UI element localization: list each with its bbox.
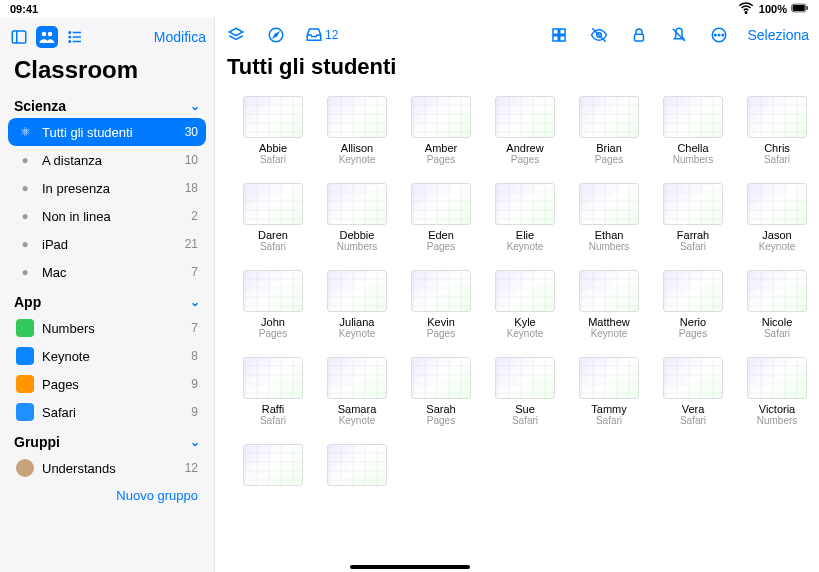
- svg-point-6: [42, 32, 47, 37]
- student-thumbnail: [579, 183, 639, 225]
- student-thumbnail: [411, 183, 471, 225]
- sidebar-item[interactable]: ●Non in linea2: [8, 202, 206, 230]
- student-tile[interactable]: [321, 444, 393, 490]
- sidebar-item-count: 7: [191, 321, 198, 335]
- student-app: Keynote: [741, 241, 813, 252]
- student-app: Safari: [489, 415, 561, 426]
- student-app: Pages: [573, 154, 645, 165]
- svg-marker-14: [229, 28, 243, 36]
- student-tile[interactable]: Chris Safari: [741, 96, 813, 165]
- sidebar-item-label: Keynote: [42, 349, 90, 364]
- student-app: Safari: [741, 328, 813, 339]
- student-app: Safari: [657, 415, 729, 426]
- student-app: Safari: [237, 415, 309, 426]
- select-button[interactable]: Seleziona: [748, 27, 810, 43]
- student-thumbnail: [243, 183, 303, 225]
- student-name: Juliana: [321, 316, 393, 328]
- student-thumbnail: [495, 270, 555, 312]
- lock-icon[interactable]: [628, 24, 650, 46]
- student-tile[interactable]: John Pages: [237, 270, 309, 339]
- svg-point-28: [722, 34, 724, 36]
- svg-rect-23: [634, 34, 643, 41]
- student-tile[interactable]: Tammy Safari: [573, 357, 645, 426]
- student-tile[interactable]: Samara Keynote: [321, 357, 393, 426]
- student-name: Farrah: [657, 229, 729, 241]
- student-tile[interactable]: [237, 444, 309, 490]
- student-grid: Abbie Safari Allison Keynote Amber Pages…: [215, 84, 819, 572]
- section-title: Gruppi: [14, 434, 60, 450]
- student-tile[interactable]: Nerio Pages: [657, 270, 729, 339]
- section-header[interactable]: Scienza⌄: [8, 94, 206, 118]
- student-thumbnail: [243, 444, 303, 486]
- student-tile[interactable]: Chella Numbers: [657, 96, 729, 165]
- sidebar-item[interactable]: ●iPad21: [8, 230, 206, 258]
- svg-point-8: [69, 32, 71, 34]
- compass-icon[interactable]: [265, 24, 287, 46]
- student-thumbnail: [579, 270, 639, 312]
- student-tile[interactable]: Debbie Numbers: [321, 183, 393, 252]
- student-thumbnail: [327, 270, 387, 312]
- svg-rect-3: [806, 6, 807, 10]
- student-name: Nicole: [741, 316, 813, 328]
- student-tile[interactable]: Sarah Pages: [405, 357, 477, 426]
- student-name: Brian: [573, 142, 645, 154]
- section-header[interactable]: Gruppi⌄: [8, 430, 206, 454]
- student-tile[interactable]: Eden Pages: [405, 183, 477, 252]
- sidebar-item[interactable]: ●In presenza18: [8, 174, 206, 202]
- svg-rect-18: [559, 29, 564, 34]
- student-tile[interactable]: Brian Pages: [573, 96, 645, 165]
- student-thumbnail: [411, 96, 471, 138]
- student-name: Kyle: [489, 316, 561, 328]
- student-tile[interactable]: Abbie Safari: [237, 96, 309, 165]
- section-header[interactable]: App⌄: [8, 290, 206, 314]
- student-app: Pages: [405, 328, 477, 339]
- student-tile[interactable]: Daren Safari: [237, 183, 309, 252]
- sidebar-item[interactable]: ●Mac7: [8, 258, 206, 286]
- layers-icon[interactable]: [225, 24, 247, 46]
- student-tile[interactable]: Amber Pages: [405, 96, 477, 165]
- sidebar-item-count: 30: [185, 125, 198, 139]
- student-tile[interactable]: Elie Keynote: [489, 183, 561, 252]
- more-icon[interactable]: [708, 24, 730, 46]
- sidebar-item[interactable]: ●A distanza10: [8, 146, 206, 174]
- student-tile[interactable]: Juliana Keynote: [321, 270, 393, 339]
- student-tile[interactable]: Kyle Keynote: [489, 270, 561, 339]
- grid-view-icon[interactable]: [548, 24, 570, 46]
- list-icon[interactable]: [64, 26, 86, 48]
- sidebar-item[interactable]: Understands12: [8, 454, 206, 482]
- sidebar-item-count: 9: [191, 405, 198, 419]
- student-tile[interactable]: Allison Keynote: [321, 96, 393, 165]
- student-tile[interactable]: Farrah Safari: [657, 183, 729, 252]
- student-app: Safari: [237, 154, 309, 165]
- mute-icon[interactable]: [668, 24, 690, 46]
- app-title: Classroom: [14, 56, 200, 84]
- people-icon[interactable]: [36, 26, 58, 48]
- avatar-icon: [16, 459, 34, 477]
- inbox-icon[interactable]: 12: [305, 24, 338, 46]
- sidebar-item[interactable]: ⚛Tutti gli studenti30: [8, 118, 206, 146]
- student-tile[interactable]: Sue Safari: [489, 357, 561, 426]
- main-pane: 12 Seleziona Tutti gli studenti Abbie Sa…: [215, 18, 819, 572]
- battery-percent: 100%: [759, 3, 787, 15]
- sidebar-item[interactable]: Safari9: [8, 398, 206, 426]
- student-tile[interactable]: Matthew Keynote: [573, 270, 645, 339]
- student-tile[interactable]: Vera Safari: [657, 357, 729, 426]
- student-tile[interactable]: Raffi Safari: [237, 357, 309, 426]
- home-indicator: [350, 565, 470, 569]
- student-tile[interactable]: Kevin Pages: [405, 270, 477, 339]
- sidebar-item[interactable]: Keynote8: [8, 342, 206, 370]
- student-tile[interactable]: Victoria Numbers: [741, 357, 813, 426]
- student-tile[interactable]: Andrew Pages: [489, 96, 561, 165]
- new-group-button[interactable]: Nuovo gruppo: [8, 482, 206, 513]
- sidebar-item[interactable]: Pages9: [8, 370, 206, 398]
- edit-button[interactable]: Modifica: [154, 29, 206, 45]
- student-tile[interactable]: Ethan Numbers: [573, 183, 645, 252]
- student-tile[interactable]: Nicole Safari: [741, 270, 813, 339]
- sidebar-item[interactable]: Numbers7: [8, 314, 206, 342]
- student-thumbnail: [747, 183, 807, 225]
- student-tile[interactable]: Jason Keynote: [741, 183, 813, 252]
- panel-toggle-icon[interactable]: [8, 26, 30, 48]
- student-app: Pages: [405, 241, 477, 252]
- chevron-down-icon: ⌄: [190, 99, 200, 113]
- eye-off-icon[interactable]: [588, 24, 610, 46]
